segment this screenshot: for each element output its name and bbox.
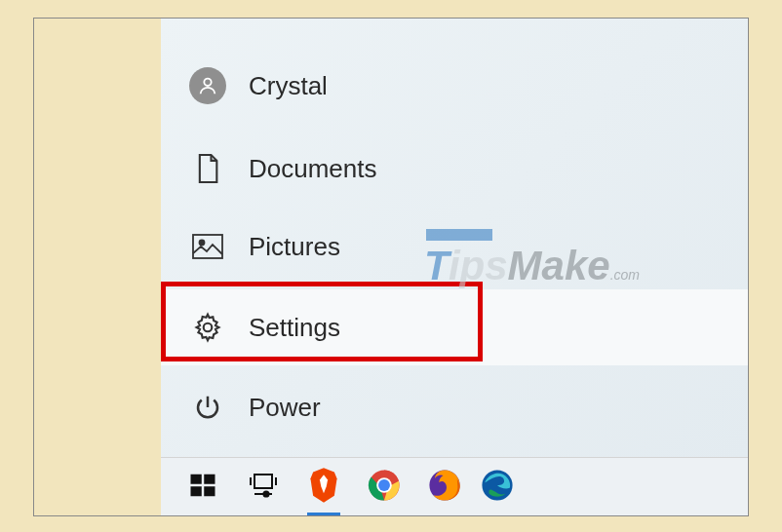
menu-label: Pictures (249, 232, 340, 262)
svg-rect-6 (191, 486, 202, 496)
pictures-icon (180, 234, 235, 259)
user-avatar (180, 67, 235, 104)
menu-item-documents[interactable]: Documents (161, 131, 748, 207)
gear-icon (180, 312, 235, 343)
start-menu-panel: Crystal Documents Pictures (161, 19, 748, 462)
task-view-icon (249, 473, 278, 502)
svg-point-3 (204, 323, 213, 332)
windows-icon (188, 471, 217, 504)
chrome-icon (368, 469, 401, 506)
svg-rect-5 (204, 474, 215, 483)
taskbar-app-brave[interactable] (293, 458, 354, 516)
menu-item-settings[interactable]: Settings (161, 289, 748, 365)
menu-label: Power (249, 393, 321, 423)
taskbar-app-chrome[interactable] (354, 458, 414, 516)
user-account-item[interactable]: Crystal (161, 48, 748, 124)
edge-icon (481, 469, 514, 506)
menu-label: Documents (249, 154, 377, 184)
svg-point-15 (378, 479, 390, 491)
svg-rect-1 (193, 235, 222, 258)
firefox-icon (428, 469, 461, 506)
active-indicator (307, 513, 340, 515)
document-icon (180, 152, 235, 185)
svg-point-0 (204, 79, 211, 86)
taskbar-app-edge[interactable] (475, 458, 514, 516)
taskbar (161, 457, 748, 515)
svg-rect-4 (191, 474, 202, 483)
menu-item-power[interactable]: Power (161, 369, 748, 445)
svg-point-2 (200, 241, 205, 246)
power-icon (180, 393, 235, 422)
task-view-button[interactable] (233, 458, 293, 516)
menu-label: Settings (249, 313, 340, 343)
brave-icon (307, 467, 340, 508)
svg-rect-7 (204, 486, 215, 496)
svg-rect-8 (254, 475, 272, 488)
svg-point-12 (263, 491, 268, 496)
taskbar-app-firefox[interactable] (414, 458, 475, 516)
user-name-label: Crystal (249, 71, 328, 101)
screenshot-frame: Crystal Documents Pictures (33, 18, 749, 516)
menu-item-pictures[interactable]: Pictures (161, 209, 748, 285)
start-button[interactable] (173, 458, 233, 516)
